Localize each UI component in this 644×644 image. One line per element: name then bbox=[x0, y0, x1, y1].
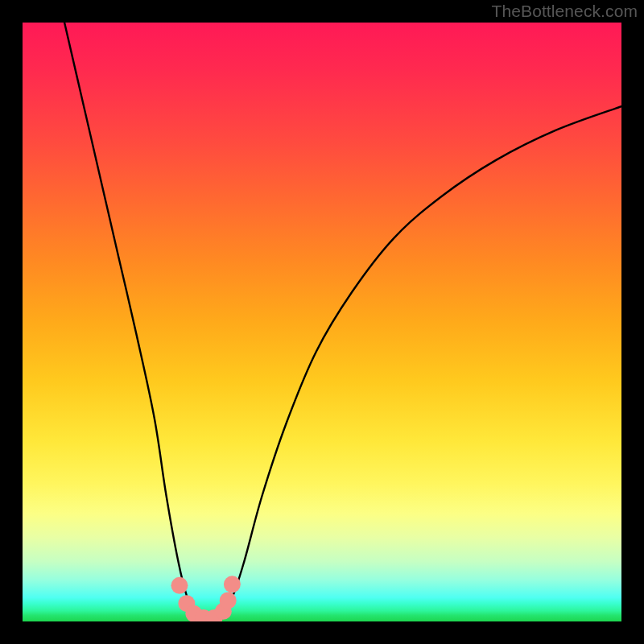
chart-plot-area bbox=[23, 23, 621, 621]
bottleneck-curve bbox=[64, 23, 621, 621]
chart-svg-layer bbox=[23, 23, 621, 621]
trough-marker bbox=[220, 592, 237, 609]
trough-marker bbox=[224, 576, 241, 592]
watermark-text: TheBottleneck.com bbox=[492, 2, 638, 21]
trough-marker bbox=[171, 577, 188, 594]
